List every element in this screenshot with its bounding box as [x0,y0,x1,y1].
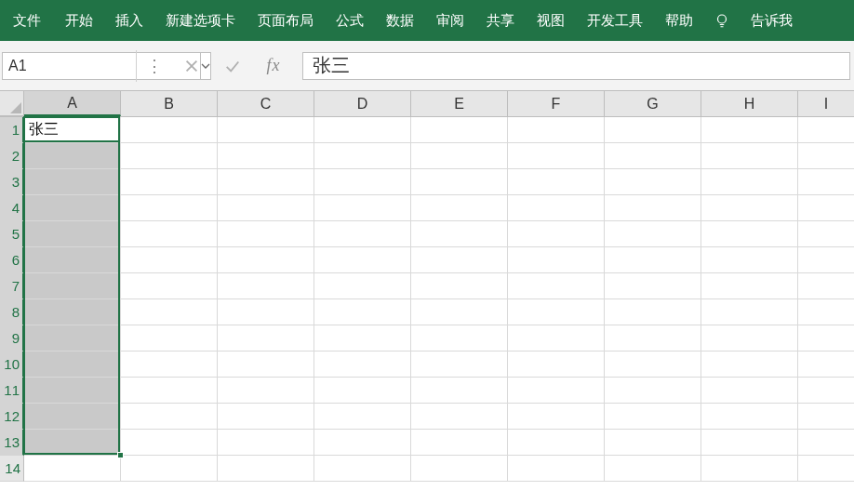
cell[interactable] [605,169,701,195]
cell[interactable] [508,325,605,351]
cell[interactable] [508,351,605,378]
row-head[interactable]: 4 [0,195,24,221]
cell[interactable] [411,378,508,404]
menu-view[interactable]: 视图 [526,0,576,41]
menu-formulas[interactable]: 公式 [325,0,375,41]
fill-handle[interactable] [117,452,124,458]
cell[interactable] [798,378,854,404]
cell[interactable] [314,299,411,325]
menu-newtab[interactable]: 新建选项卡 [154,0,247,41]
col-head-C[interactable]: C [218,91,314,116]
cell[interactable] [605,325,701,351]
cell[interactable] [314,247,411,273]
cell[interactable] [218,456,314,482]
cell[interactable] [24,221,121,247]
row-head[interactable]: 2 [0,143,24,169]
cell[interactable] [411,351,508,378]
cell[interactable] [24,169,121,195]
cell[interactable] [314,143,411,169]
cell[interactable] [798,404,854,430]
cell[interactable] [798,221,854,247]
cell[interactable] [121,404,218,430]
cell[interactable] [314,351,411,378]
cell[interactable] [218,430,314,456]
cell[interactable] [121,351,218,378]
cell[interactable] [508,299,605,325]
cell[interactable] [411,195,508,221]
cell[interactable] [218,299,314,325]
cell[interactable] [314,117,411,143]
cell[interactable] [121,169,218,195]
cell[interactable] [605,247,701,273]
cell[interactable] [121,247,218,273]
cell[interactable] [798,247,854,273]
cell[interactable] [24,456,121,482]
cell[interactable] [605,143,701,169]
cell[interactable] [121,221,218,247]
cell[interactable] [411,273,508,299]
cell[interactable] [605,404,701,430]
cell[interactable] [798,456,854,482]
cell[interactable] [218,221,314,247]
cell[interactable] [24,378,121,404]
cell[interactable] [218,195,314,221]
cell[interactable] [508,195,605,221]
row-head[interactable]: 10 [0,351,24,378]
cell[interactable] [798,325,854,351]
cell[interactable] [411,143,508,169]
cell[interactable] [314,169,411,195]
cell[interactable] [798,273,854,299]
cell[interactable] [314,430,411,456]
enter-icon[interactable] [222,56,243,76]
cell[interactable] [218,117,314,143]
cell[interactable] [121,143,218,169]
row-head[interactable]: 7 [0,273,24,299]
cell[interactable] [508,430,605,456]
cell[interactable] [411,221,508,247]
cell[interactable] [508,456,605,482]
row-head[interactable]: 1 [0,117,24,143]
row-head[interactable]: 13 [0,430,24,456]
cell[interactable] [121,456,218,482]
cell[interactable] [605,351,701,378]
cell[interactable] [605,273,701,299]
cell[interactable] [798,195,854,221]
cell[interactable] [411,430,508,456]
cell[interactable] [218,378,314,404]
cell[interactable] [605,221,701,247]
cell[interactable] [314,456,411,482]
cell[interactable] [218,325,314,351]
cell[interactable] [314,273,411,299]
menu-help[interactable]: 帮助 [654,0,704,41]
cell[interactable] [508,247,605,273]
cell[interactable] [798,117,854,143]
cell[interactable] [24,351,121,378]
cell[interactable] [411,247,508,273]
cell[interactable] [798,351,854,378]
cell[interactable] [605,195,701,221]
cell[interactable] [701,247,798,273]
formula-input[interactable]: 张三 [302,52,850,80]
lightbulb-icon[interactable] [704,0,740,41]
row-head[interactable]: 8 [0,299,24,325]
col-head-A[interactable]: A [24,91,121,116]
cell[interactable] [411,325,508,351]
cell[interactable] [508,221,605,247]
cell[interactable] [314,195,411,221]
menu-file[interactable]: 文件 [0,0,54,41]
grid[interactable]: 1234567891011121314张三 [0,117,854,482]
cell[interactable] [701,117,798,143]
cell[interactable] [121,273,218,299]
cell[interactable] [411,404,508,430]
row-head[interactable]: 11 [0,378,24,404]
row-head[interactable]: 9 [0,325,24,351]
cell[interactable] [701,195,798,221]
cell[interactable] [24,299,121,325]
cell[interactable] [121,430,218,456]
cell[interactable] [314,221,411,247]
cell[interactable] [218,404,314,430]
row-head[interactable]: 14 [0,456,24,482]
cell[interactable] [218,143,314,169]
cell[interactable] [605,456,701,482]
col-head-H[interactable]: H [701,91,798,116]
